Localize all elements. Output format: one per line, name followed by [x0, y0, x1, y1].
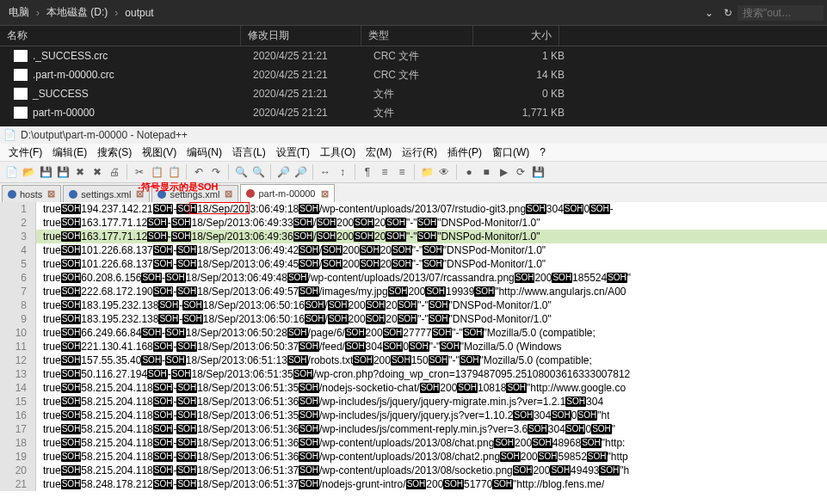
replace-icon[interactable]: 🔍 [250, 164, 266, 180]
code-line[interactable]: 21trueSOH58.248.178.212SOH-SOH18/Sep/201… [0, 477, 827, 491]
menu-item[interactable]: 设置(T) [271, 145, 315, 160]
zoomout-icon[interactable]: 🔎 [293, 164, 308, 180]
menu-item[interactable]: ? [534, 146, 551, 158]
editor-tab[interactable]: settings.xml⊠ [63, 185, 150, 202]
soh-char: SOH [328, 314, 349, 324]
file-row[interactable]: part-m-000002020/4/25 21:21文件1,771 KB [0, 103, 827, 122]
search-input[interactable] [738, 5, 824, 21]
menu-item[interactable]: 文件(F) [3, 145, 47, 160]
code-line[interactable]: 5trueSOH101.226.68.137SOH-SOH18/Sep/2013… [0, 257, 827, 271]
find-icon[interactable]: 🔍 [233, 164, 249, 180]
print-icon[interactable]: 🖨 [107, 164, 122, 180]
close-tab-icon[interactable]: ⊠ [225, 188, 232, 200]
breadcrumb-3[interactable]: output [120, 3, 158, 22]
zoomin-icon[interactable]: 🔎 [275, 164, 291, 180]
soh-char: SOH [317, 218, 337, 228]
close-icon[interactable]: ✖ [72, 164, 88, 180]
sync-icon[interactable]: ↔ [318, 164, 333, 180]
open-icon[interactable]: 📂 [21, 164, 36, 180]
soh-char: SOH [299, 396, 319, 407]
repeat-icon[interactable]: ⟳ [513, 164, 528, 180]
code-line[interactable]: 11trueSOH221.130.41.168SOH-SOH18/Sep/201… [0, 340, 827, 353]
soh-char: SOH [360, 259, 380, 269]
showchar-icon[interactable]: ¶ [360, 164, 375, 180]
code-line[interactable]: 16trueSOH58.215.204.118SOH-SOH18/Sep/201… [0, 409, 827, 422]
close-tab-icon[interactable]: ⊠ [321, 188, 329, 200]
dropdown-icon[interactable]: ⌄ [700, 7, 719, 19]
menu-item[interactable]: 工具(O) [315, 145, 361, 160]
soh-char: SOH [61, 231, 82, 242]
editor-tab[interactable]: settings.xml⊠ [151, 185, 238, 202]
closeall-icon[interactable]: ✖ [89, 164, 105, 180]
code-line[interactable]: 1trueSOH194.237.142.21SOH-SOH18/Sep/2013… [0, 202, 827, 216]
code-line[interactable]: 2trueSOH163.177.71.12SOH-SOH18/Sep/2013:… [0, 216, 827, 230]
code-line[interactable]: 7trueSOH222.68.172.190SOH-SOH18/Sep/2013… [0, 285, 827, 298]
file-row[interactable]: .part-m-00000.crc2020/4/25 21:21CRC 文件14… [0, 65, 827, 84]
code-line[interactable]: 20trueSOH58.215.204.118SOH-SOH18/Sep/201… [0, 464, 827, 477]
soh-char: SOH [299, 245, 319, 255]
code-line[interactable]: 14trueSOH58.215.204.118SOH-SOH18/Sep/201… [0, 381, 827, 395]
paste-icon[interactable]: 📋 [166, 164, 182, 180]
play-icon[interactable]: ▶ [496, 164, 511, 180]
monitor-icon[interactable]: 👁 [436, 164, 452, 180]
code-line[interactable]: 15trueSOH58.215.204.118SOH-SOH18/Sep/201… [0, 395, 827, 409]
line-number: 3 [0, 230, 36, 243]
menu-item[interactable]: 视图(V) [137, 145, 182, 160]
soh-char: SOH [299, 438, 319, 448]
wrap-icon[interactable]: ↕ [335, 164, 350, 180]
savemacro-icon[interactable]: 💾 [530, 164, 546, 180]
code-line[interactable]: 13trueSOH50.116.27.194SOH-SOH18/Sep/2013… [0, 367, 827, 381]
soh-char: SOH [61, 410, 82, 421]
record-icon[interactable]: ● [461, 164, 477, 180]
menu-item[interactable]: 编码(N) [182, 145, 227, 160]
undo-icon[interactable]: ↶ [191, 164, 207, 180]
dirty-indicator-icon [69, 190, 77, 199]
address-bar[interactable]: 电脑 › 本地磁盘 (D:) › output ⌄ ↻ [0, 0, 827, 26]
editor[interactable]: 1trueSOH194.237.142.21SOH-SOH18/Sep/2013… [0, 202, 827, 491]
indent-icon[interactable]: ≡ [377, 164, 392, 180]
menu-item[interactable]: 搜索(S) [92, 145, 137, 160]
redo-icon[interactable]: ↷ [208, 164, 224, 180]
menubar[interactable]: 文件(F)编辑(E)搜索(S)视图(V)编码(N)语言(L)设置(T)工具(O)… [0, 144, 827, 161]
copy-icon[interactable]: 📋 [149, 164, 164, 180]
folder-icon[interactable]: 📁 [419, 164, 435, 180]
col-type[interactable]: 类型 [361, 26, 473, 46]
code-line[interactable]: 6trueSOH60.208.6.156SOH-SOH18/Sep/2013:0… [0, 271, 827, 285]
soh-char: SOH [153, 396, 174, 407]
breadcrumb-1[interactable]: 电脑 [3, 3, 34, 22]
menu-item[interactable]: 运行(R) [397, 145, 442, 160]
menu-item[interactable]: 宏(M) [361, 145, 397, 160]
code-line[interactable]: 3trueSOH163.177.71.12SOH-SOH18/Sep/2013:… [0, 230, 827, 243]
new-icon[interactable]: 📄 [3, 164, 19, 180]
col-name[interactable]: 名称 [0, 26, 241, 46]
col-size[interactable]: 大小 [473, 26, 559, 46]
editor-tab[interactable]: hosts⊠ [2, 185, 61, 202]
editor-tab[interactable]: part-m-00000⊠ [240, 184, 334, 202]
menu-item[interactable]: 插件(P) [442, 145, 487, 160]
refresh-icon[interactable]: ↻ [719, 7, 738, 19]
code-line[interactable]: 9trueSOH183.195.232.138SOH-SOH18/Sep/201… [0, 312, 827, 326]
file-row[interactable]: _SUCCESS2020/4/25 21:21文件0 KB [0, 84, 827, 103]
code-line[interactable]: 18trueSOH58.215.204.118SOH-SOH18/Sep/201… [0, 436, 827, 450]
breadcrumb-2[interactable]: 本地磁盘 (D:) [41, 3, 113, 22]
saveall-icon[interactable]: 💾 [55, 164, 71, 180]
menu-item[interactable]: 编辑(E) [47, 145, 92, 160]
menu-item[interactable]: 语言(L) [227, 145, 271, 160]
lang-icon[interactable]: ≡ [394, 164, 410, 180]
code-line[interactable]: 12trueSOH157.55.35.40SOH-SOH18/Sep/2013:… [0, 353, 827, 367]
code-line[interactable]: 19trueSOH58.215.204.118SOH-SOH18/Sep/201… [0, 450, 827, 464]
close-tab-icon[interactable]: ⊠ [136, 188, 144, 200]
code-line[interactable]: 10trueSOH66.249.66.84SOH-SOH18/Sep/2013:… [0, 326, 827, 340]
code-line[interactable]: 17trueSOH58.215.204.118SOH-SOH18/Sep/201… [0, 422, 827, 436]
tab-bar[interactable]: hosts⊠settings.xml⊠settings.xml⊠part-m-0… [0, 183, 827, 202]
code-line[interactable]: 8trueSOH183.195.232.138SOH-SOH18/Sep/201… [0, 298, 827, 312]
col-date[interactable]: 修改日期 [241, 26, 361, 46]
menu-item[interactable]: 窗口(W) [487, 145, 534, 160]
soh-char: SOH [589, 204, 610, 214]
code-line[interactable]: 4trueSOH101.226.68.137SOH-SOH18/Sep/2013… [0, 243, 827, 257]
file-row[interactable]: ._SUCCESS.crc2020/4/25 21:21CRC 文件1 KB [0, 46, 827, 65]
save-icon[interactable]: 💾 [38, 164, 53, 180]
cut-icon[interactable]: ✂ [132, 164, 147, 180]
stop-icon[interactable]: ■ [478, 164, 494, 180]
close-tab-icon[interactable]: ⊠ [47, 188, 55, 200]
